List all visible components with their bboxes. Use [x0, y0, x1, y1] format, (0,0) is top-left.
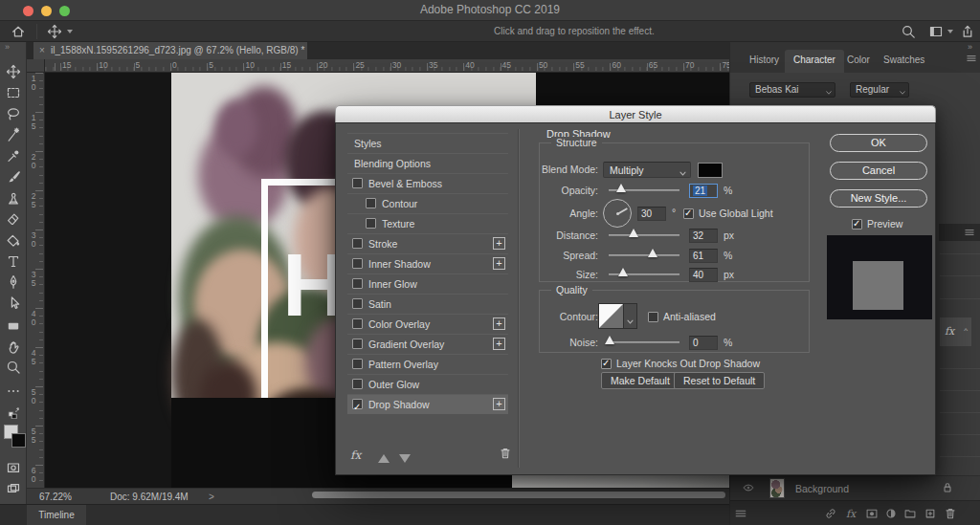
delete-effect-icon[interactable] [499, 447, 512, 460]
workspace-icon[interactable] [928, 24, 944, 39]
style-item-contour[interactable]: Contour [347, 193, 508, 213]
tab-character[interactable]: Character [785, 50, 844, 73]
screen-mode-icon[interactable] [6, 481, 21, 496]
tool-eraser-icon[interactable] [6, 211, 21, 227]
layer-name[interactable]: Background [795, 483, 849, 494]
tab-timeline[interactable]: Timeline [27, 505, 86, 525]
style-item-inner-shadow[interactable]: Inner Shadow+ [347, 253, 508, 273]
layer-thumbnail[interactable] [769, 478, 785, 498]
swap-colors-icon[interactable] [8, 406, 20, 419]
tool-marquee-icon[interactable] [6, 85, 21, 100]
style-item-outer-glow[interactable]: Outer Glow [347, 374, 508, 394]
style-item-stroke[interactable]: Stroke+ [347, 233, 508, 253]
spread-slider[interactable] [609, 248, 679, 259]
style-checkbox[interactable] [352, 238, 363, 249]
style-item-gradient-overlay[interactable]: Gradient Overlay+ [347, 334, 508, 354]
contour-dropdown[interactable] [624, 303, 637, 329]
chevron-down-icon[interactable] [67, 30, 73, 33]
opacity-input[interactable]: 21 [689, 184, 718, 198]
tab-swatches[interactable]: Swatches [883, 50, 924, 73]
panel-menu-icon[interactable] [964, 227, 975, 238]
style-checkbox[interactable] [352, 379, 363, 389]
distance-input[interactable]: 32 [689, 229, 718, 243]
style-checkbox[interactable] [352, 359, 363, 369]
blend-mode-select[interactable]: Multiply [603, 162, 691, 178]
move-effect-down-icon[interactable] [399, 454, 411, 463]
new-style-button[interactable]: New Style... [830, 189, 927, 208]
status-chevron-icon[interactable]: > [209, 492, 214, 502]
tool-path-select-icon[interactable] [6, 295, 21, 311]
menu-icon[interactable] [734, 507, 747, 520]
layer-knockout-checkbox[interactable] [601, 359, 612, 369]
style-checkbox[interactable] [352, 298, 363, 309]
style-checkbox[interactable] [366, 218, 376, 229]
style-item-texture[interactable]: Texture [347, 213, 508, 233]
tool-paint-bucket-icon[interactable] [6, 233, 21, 249]
tab-color[interactable]: Color [847, 50, 870, 73]
tool-magic-wand-icon[interactable] [6, 127, 21, 142]
tool-lasso-icon[interactable] [6, 106, 21, 121]
adjustment-layer-icon[interactable] [884, 507, 898, 520]
style-item-pattern-overlay[interactable]: Pattern Overlay [347, 354, 508, 374]
layer-style-fx-icon[interactable]: fx [846, 508, 856, 520]
document-tab[interactable]: × il_1588xN.1595261296_d723.jpg @ 67.2% … [33, 42, 307, 59]
tool-zoom-icon[interactable] [6, 360, 21, 375]
style-checkbox[interactable] [352, 399, 363, 409]
style-checkbox[interactable] [366, 198, 376, 208]
size-input[interactable]: 40 [689, 268, 718, 282]
delete-layer-icon[interactable] [944, 507, 957, 520]
tool-clone-stamp-icon[interactable] [6, 190, 21, 206]
add-effect-fx-icon[interactable]: fx [350, 448, 361, 462]
panel-menu-icon[interactable] [966, 53, 977, 64]
anti-aliased-checkbox[interactable] [648, 312, 658, 322]
style-item-color-overlay[interactable]: Color Overlay+ [347, 314, 508, 334]
style-item-bevel-emboss[interactable]: Bevel & Emboss [347, 173, 508, 193]
tool-move-icon[interactable] [6, 64, 21, 79]
double-chevron-icon[interactable]: » [968, 42, 972, 52]
move-effect-up-icon[interactable] [378, 454, 390, 463]
horizontal-scrollbar[interactable] [312, 492, 725, 498]
style-checkbox[interactable] [352, 178, 363, 188]
distance-slider[interactable] [609, 228, 679, 239]
angle-dial[interactable] [603, 199, 632, 228]
chevron-down-icon[interactable] [947, 30, 953, 33]
style-item-styles[interactable]: Styles [347, 133, 508, 153]
add-instance-icon[interactable]: + [493, 317, 505, 330]
reset-default-button[interactable]: Reset to Default [674, 372, 765, 389]
zoom-level[interactable]: 67.22% [39, 492, 72, 502]
share-icon[interactable] [960, 24, 975, 39]
background-color-chip[interactable] [11, 433, 26, 448]
tool-type-icon[interactable] [6, 253, 21, 269]
dialog-title[interactable]: Layer Style [335, 105, 936, 122]
style-item-inner-glow[interactable]: Inner Glow [347, 273, 508, 294]
make-default-button[interactable]: Make Default [601, 372, 679, 389]
search-icon[interactable] [901, 24, 916, 39]
tool-more-icon[interactable] [6, 383, 21, 399]
style-checkbox[interactable] [352, 339, 363, 349]
style-checkbox[interactable] [352, 258, 363, 269]
add-instance-icon[interactable]: + [493, 398, 505, 410]
layer-row-background[interactable]: Background [730, 475, 980, 500]
noise-input[interactable]: 0 [689, 336, 718, 350]
style-checkbox[interactable] [352, 318, 363, 329]
new-layer-icon[interactable] [924, 507, 937, 520]
noise-slider[interactable] [609, 335, 679, 346]
quick-mask-icon[interactable] [6, 460, 21, 475]
use-global-light-checkbox[interactable] [683, 208, 694, 219]
close-icon[interactable]: × [39, 42, 45, 59]
add-instance-icon[interactable]: + [493, 237, 505, 250]
home-icon[interactable] [11, 24, 26, 39]
layer-fx-toggle[interactable]: fx ^ [940, 317, 971, 346]
visibility-eye-icon[interactable] [742, 481, 755, 494]
cancel-button[interactable]: Cancel [830, 162, 927, 180]
double-chevron-icon[interactable]: » [5, 42, 10, 52]
preview-checkbox[interactable] [852, 219, 862, 230]
tab-history[interactable]: History [749, 50, 779, 73]
opacity-slider[interactable] [609, 183, 679, 194]
new-group-icon[interactable] [903, 507, 917, 520]
move-tool-icon[interactable] [47, 24, 62, 39]
ok-button[interactable]: OK [830, 134, 927, 152]
font-style-select[interactable]: Regular [850, 82, 909, 98]
add-instance-icon[interactable]: + [493, 257, 505, 270]
spread-input[interactable]: 61 [689, 249, 718, 263]
